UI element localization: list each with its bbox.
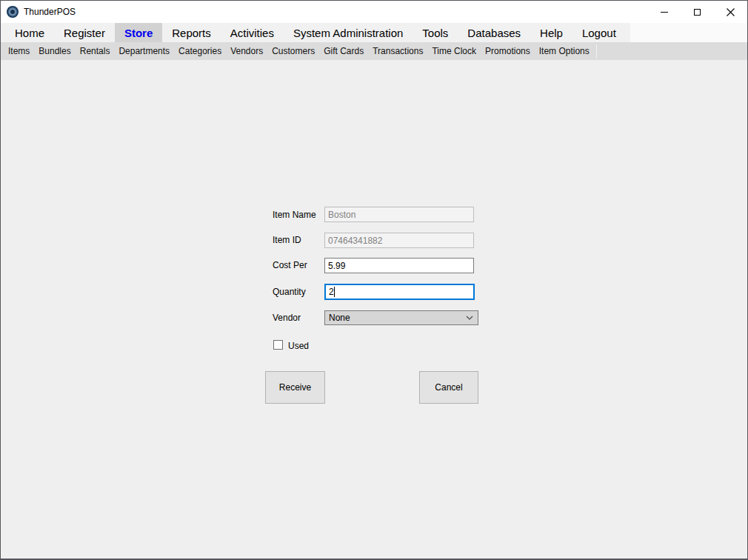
vendor-label: Vendor — [273, 313, 301, 323]
window-title: ThunderPOS — [24, 7, 76, 17]
submenu-item-bundles[interactable]: Bundles — [34, 46, 75, 56]
quantity-label: Quantity — [273, 287, 306, 297]
menu-item-tools[interactable]: Tools — [413, 23, 458, 42]
cancel-button[interactable]: Cancel — [419, 371, 478, 404]
menu-item-logout[interactable]: Logout — [572, 23, 626, 42]
menu-bar: Home Register Store Reports Activities S… — [1, 23, 747, 42]
submenu-item-time-clock[interactable]: Time Clock — [427, 46, 481, 56]
submenu-item-item-options[interactable]: Item Options — [535, 46, 594, 56]
item-id-label: Item ID — [273, 235, 301, 245]
vendor-dropdown[interactable]: None — [324, 310, 478, 325]
submenu-item-vendors[interactable]: Vendors — [226, 46, 267, 56]
vendor-selected-value: None — [329, 313, 350, 323]
chevron-down-icon — [466, 316, 473, 320]
menu-item-register[interactable]: Register — [54, 23, 115, 42]
menu-item-databases[interactable]: Databases — [458, 23, 530, 42]
item-name-input — [324, 207, 474, 222]
used-checkbox-label: Used — [288, 341, 309, 351]
submenu-item-rentals[interactable]: Rentals — [76, 46, 115, 56]
text-caret — [334, 287, 335, 297]
submenu-item-transactions[interactable]: Transactions — [368, 46, 427, 56]
menu-item-home[interactable]: Home — [5, 23, 54, 42]
window-controls — [647, 1, 747, 23]
submenu-item-departments[interactable]: Departments — [114, 46, 174, 56]
submenu-separator — [596, 44, 597, 58]
menu-bar-items: Home Register Store Reports Activities S… — [1, 23, 630, 42]
menu-item-system-administration[interactable]: System Administration — [284, 23, 413, 42]
submenu-item-customers[interactable]: Customers — [267, 46, 319, 56]
close-icon — [727, 8, 735, 16]
cost-per-label: Cost Per — [273, 260, 307, 270]
close-button[interactable] — [714, 1, 747, 23]
cost-per-input[interactable] — [324, 258, 474, 273]
submenu-item-gift-cards[interactable]: Gift Cards — [319, 46, 368, 56]
minimize-icon — [661, 12, 668, 13]
receive-button[interactable]: Receive — [265, 371, 325, 404]
item-id-input — [324, 233, 474, 248]
store-submenu-bar: Items Bundles Rentals Departments Catego… — [1, 42, 747, 60]
item-name-label: Item Name — [273, 210, 316, 220]
app-icon — [7, 6, 19, 18]
menu-item-reports[interactable]: Reports — [162, 23, 221, 42]
maximize-icon — [694, 9, 701, 16]
thunderpos-window: ThunderPOS Home Register Store Reports A… — [0, 0, 748, 560]
minimize-button[interactable] — [647, 1, 681, 23]
quantity-input[interactable] — [324, 284, 475, 300]
maximize-button[interactable] — [681, 1, 714, 23]
submenu-item-promotions[interactable]: Promotions — [481, 46, 535, 56]
menu-item-help[interactable]: Help — [530, 23, 572, 42]
used-checkbox[interactable] — [273, 340, 283, 350]
submenu-item-items[interactable]: Items — [4, 46, 34, 56]
menu-item-store[interactable]: Store — [115, 23, 162, 42]
submenu-item-categories[interactable]: Categories — [174, 46, 226, 56]
title-bar: ThunderPOS — [1, 1, 747, 23]
receive-item-form: Item Name Item ID Cost Per Quantity Vend… — [1, 60, 747, 559]
menu-item-activities[interactable]: Activities — [221, 23, 284, 42]
